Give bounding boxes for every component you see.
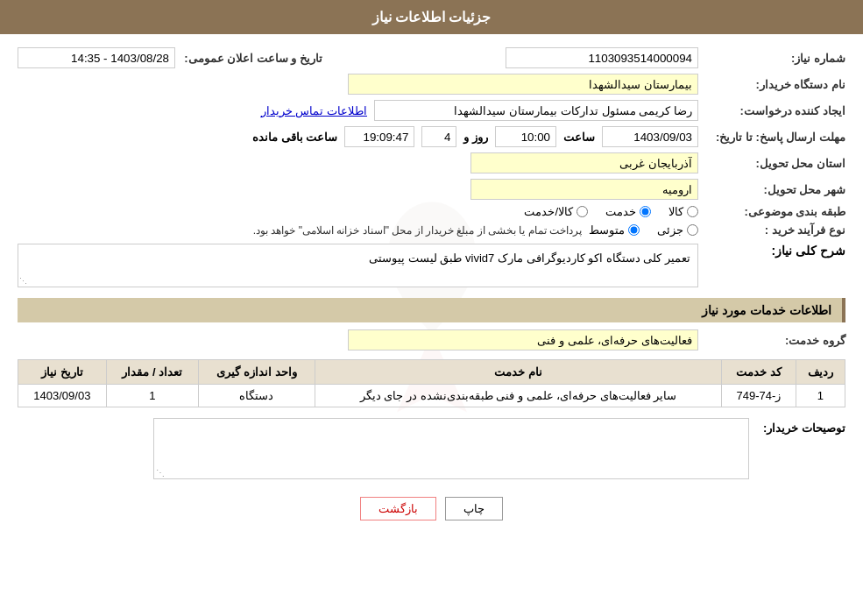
need-number-row: شماره نیاز: تاریخ و ساعت اعلان عمومی:	[18, 47, 845, 68]
services-table: ردیف کد خدمت نام خدمت واحد اندازه گیری ت…	[18, 359, 845, 407]
process-row: نوع فرآیند خرید : جزئی متوسط پرداخت تمام…	[18, 223, 845, 237]
cell-name: سایر فعالیت‌های حرفه‌ای، علمی و فنی طبقه…	[315, 385, 721, 407]
buyer-org-input	[348, 74, 698, 95]
category-radio-group: کالا خدمت کالا/خدمت	[524, 205, 698, 218]
cat-kala-label: کالا	[668, 205, 683, 218]
cat-khadamat-option: خدمت	[605, 205, 651, 218]
cat-khadamat-label: خدمت	[605, 205, 636, 218]
page-title: جزئیات اطلاعات نیاز	[0, 0, 863, 34]
deadline-days-label: روز و	[463, 131, 488, 144]
need-description-box: تعمیر کلی دستگاه اکو کاردیوگرافی مارک vi…	[18, 244, 698, 287]
buyer-comments-label: توصیحات خریدار:	[758, 418, 845, 435]
category-row: طبقه بندی موضوعی: کالا خدمت کالا/خدمت	[18, 205, 845, 218]
resize-handle: ⋰	[156, 468, 165, 477]
deadline-label: مهلت ارسال پاسخ: تا تاریخ:	[705, 131, 845, 144]
province-row: استان محل تحویل:	[18, 152, 845, 173]
process-radio-group: جزئی متوسط	[589, 223, 698, 237]
col-code: کد خدمت	[722, 360, 796, 385]
need-description-text: تعمیر کلی دستگاه اکو کاردیوگرافی مارک vi…	[369, 251, 690, 265]
cell-date: 1403/09/03	[18, 385, 107, 407]
cell-code: ز-74-749	[722, 385, 796, 407]
need-number-input	[506, 47, 698, 68]
deadline-row: مهلت ارسال پاسخ: تا تاریخ: ساعت روز و سا…	[18, 126, 845, 147]
proc-jezee-label: جزئی	[657, 223, 683, 237]
cell-unit: دستگاه	[199, 385, 315, 407]
col-row: ردیف	[796, 360, 845, 385]
creator-contact-link[interactable]: اطلاعات تماس خریدار	[261, 104, 367, 117]
buyer-org-label: نام دستگاه خریدار:	[705, 78, 845, 91]
cell-qty: 1	[106, 385, 198, 407]
deadline-date-input	[602, 126, 698, 147]
province-input	[470, 152, 698, 173]
city-input	[470, 179, 698, 200]
print-button[interactable]: چاپ	[445, 497, 503, 520]
cat-kala-khadamat-option: کالا/خدمت	[524, 205, 588, 218]
col-date: تاریخ نیاز	[18, 360, 107, 385]
col-name: نام خدمت	[315, 360, 721, 385]
cat-khadamat-radio[interactable]	[640, 206, 651, 217]
service-group-input	[348, 329, 698, 350]
deadline-time-label: ساعت	[563, 131, 595, 144]
service-group-label: گروه خدمت:	[705, 334, 845, 347]
action-buttons-row: چاپ بازگشت	[18, 497, 845, 520]
col-unit: واحد اندازه گیری	[199, 360, 315, 385]
cat-kala-khadamat-radio[interactable]	[577, 206, 588, 217]
buyer-comments-box: ⋰	[153, 418, 749, 479]
services-section-header: اطلاعات خدمات مورد نیاز	[18, 298, 845, 322]
table-row: 1 ز-74-749 سایر فعالیت‌های حرفه‌ای، علمی…	[18, 385, 845, 407]
process-note: پرداخت تمام یا بخشی از مبلغ خریدار از مح…	[253, 224, 582, 237]
table-header-row: ردیف کد خدمت نام خدمت واحد اندازه گیری ت…	[18, 360, 845, 385]
creator-row: ایجاد کننده درخواست: اطلاعات تماس خریدار	[18, 100, 845, 121]
cat-kala-radio[interactable]	[687, 206, 698, 217]
announce-label: تاریخ و ساعت اعلان عمومی:	[182, 52, 322, 65]
services-section: ردیف کد خدمت نام خدمت واحد اندازه گیری ت…	[18, 359, 845, 407]
need-number-label: شماره نیاز:	[705, 52, 845, 65]
need-description-label: شرح کلی نیاز:	[705, 244, 845, 258]
back-button[interactable]: بازگشت	[360, 497, 436, 520]
category-label: طبقه بندی موضوعی:	[705, 205, 845, 218]
city-label: شهر محل تحویل:	[705, 183, 845, 196]
creator-input	[374, 100, 698, 121]
cat-kala-khadamat-label: کالا/خدمت	[524, 205, 573, 218]
city-row: شهر محل تحویل:	[18, 179, 845, 200]
col-qty: تعداد / مقدار	[106, 360, 198, 385]
creator-label: ایجاد کننده درخواست:	[705, 104, 845, 117]
deadline-remaining-label: ساعت باقی مانده	[252, 131, 337, 144]
deadline-remaining-input	[344, 126, 414, 147]
deadline-days-input	[421, 126, 456, 147]
proc-jezee-option: جزئی	[657, 223, 698, 237]
need-description-row: شرح کلی نیاز: تعمیر کلی دستگاه اکو کاردی…	[18, 244, 845, 287]
cell-row: 1	[796, 385, 845, 407]
process-label: نوع فرآیند خرید :	[705, 223, 845, 237]
province-label: استان محل تحویل:	[705, 157, 845, 170]
proc-motavasset-option: متوسط	[589, 223, 640, 237]
proc-jezee-radio[interactable]	[687, 224, 698, 236]
deadline-time-input	[495, 126, 556, 147]
proc-motavasset-label: متوسط	[589, 223, 625, 237]
announce-value-input	[18, 47, 175, 68]
service-group-row: گروه خدمت:	[18, 329, 845, 350]
buyer-comments-section: توصیحات خریدار: ⋰	[18, 418, 845, 479]
buyer-org-row: نام دستگاه خریدار:	[18, 74, 845, 95]
cat-kala-option: کالا	[668, 205, 698, 218]
proc-motavasset-radio[interactable]	[628, 224, 640, 236]
